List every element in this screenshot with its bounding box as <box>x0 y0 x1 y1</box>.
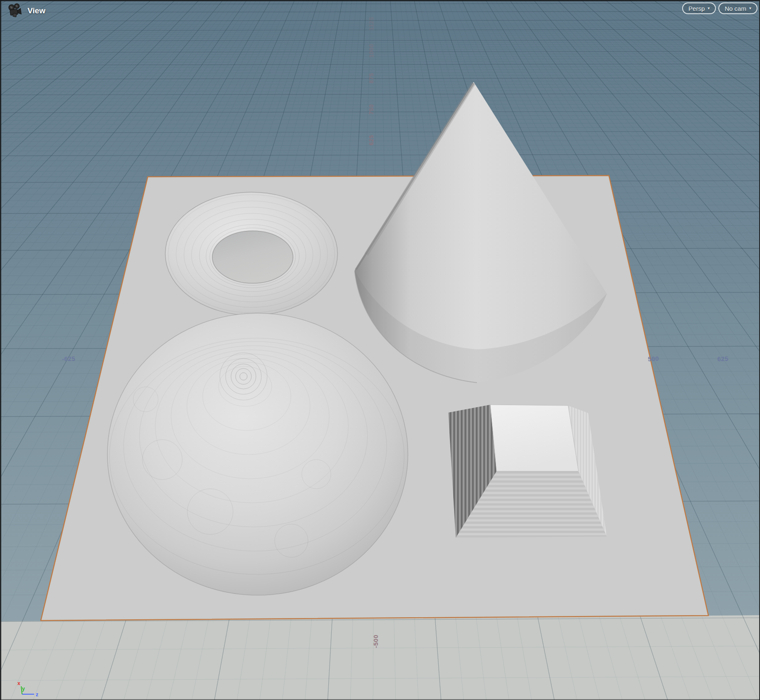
torus-shape[interactable] <box>165 192 338 315</box>
grid-label-z-1125: 1125 <box>368 17 375 30</box>
projection-button[interactable]: Persp▾ <box>682 2 716 14</box>
box-shape[interactable] <box>448 405 607 538</box>
grid-label-z-750: 750 <box>368 104 375 115</box>
grid-label-x-625: 625 <box>717 355 728 363</box>
viewport-border-left <box>0 0 1 700</box>
axis-z-label: z <box>36 692 38 698</box>
axis-y-label: y <box>22 686 25 692</box>
grid-label-z-875: 875 <box>368 73 375 84</box>
grid-label-z-625: 625 <box>368 135 375 146</box>
projection-label: Persp <box>688 5 705 12</box>
axis-x-label: x <box>17 680 20 686</box>
view-menu[interactable]: View <box>27 6 45 15</box>
near-ground <box>0 615 760 700</box>
grid-label-x-500: 500 <box>648 355 659 363</box>
camera-select-button[interactable]: No cam▾ <box>718 2 758 14</box>
camera-icon <box>7 3 22 18</box>
sphere-shape[interactable] <box>107 313 408 595</box>
camera-select-label: No cam <box>725 5 746 12</box>
axis-gizmo: x y z <box>12 677 50 700</box>
3d-viewport[interactable]: -625 500 625 -500 625 750 875 1000 1125 <box>0 0 760 700</box>
grid-label-z-neg500: -500 <box>372 635 379 648</box>
chevron-down-icon: ▾ <box>749 6 751 10</box>
viewport-border-top <box>0 0 760 1</box>
grid-label-z-1000: 1000 <box>368 44 375 57</box>
chevron-down-icon: ▾ <box>708 6 710 10</box>
grid-label-x-neg625: -625 <box>62 355 76 362</box>
